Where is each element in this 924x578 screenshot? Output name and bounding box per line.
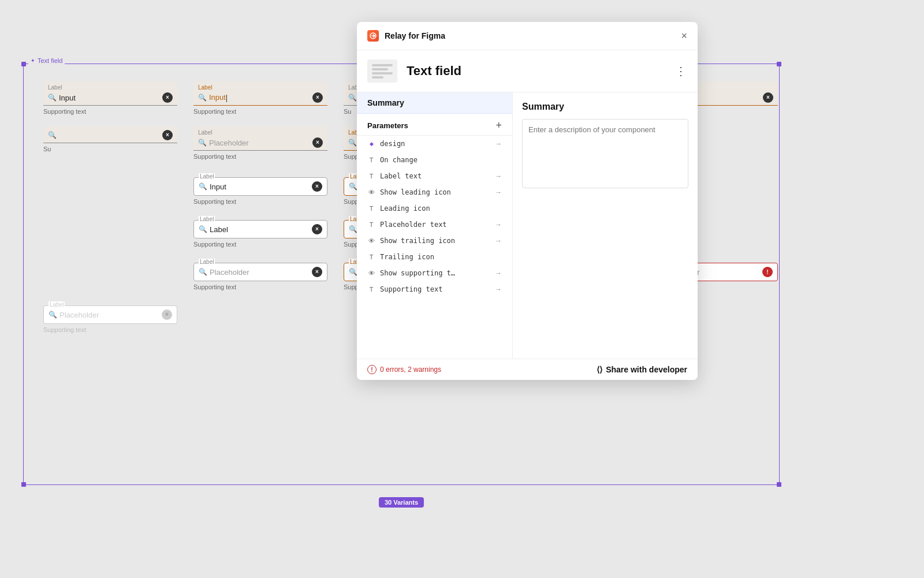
arrow-icon: → [495,285,502,293]
field-value: Input [59,94,160,102]
list-item [35,211,185,253]
tab-summary[interactable]: Summary [357,92,512,114]
param-name: Show trailing icon [380,237,490,245]
param-name: Trailing icon [380,253,502,261]
param-item-leadingicon[interactable]: T Leading icon [357,200,512,217]
params-list: ◆ design → T On change T Label text → [357,136,512,359]
close-button[interactable]: × [681,31,687,41]
frame-corner-tr [777,62,781,66]
relay-body: Summary Parameters + ◆ design → T On cha [357,92,698,359]
param-item-trailingicon[interactable]: T Trailing icon [357,249,512,265]
field-placeholder: Placeholder [210,268,310,277]
text-type-icon: T [367,253,375,260]
frame-label: ✦ Text field [28,57,65,64]
search-icon: 🔍 [48,94,57,102]
error-icon: ! [762,267,773,277]
clear-button[interactable]: × [312,92,323,103]
warnings-display: ! 0 errors, 2 warnings [367,365,441,374]
arrow-icon: → [495,172,502,180]
param-item-supportingtext[interactable]: T Supporting text → [357,281,512,297]
kebab-menu-button[interactable]: ⋮ [675,64,687,78]
search-icon: 🔍 [198,139,207,147]
param-name: Show leading icon [380,188,490,196]
list-item: Label 🔍 Label × Supporting text [185,211,336,253]
list-item [35,253,185,296]
arrow-icon: → [495,188,502,196]
search-icon: 🔍 [48,131,57,139]
component-thumbnail [367,59,397,83]
param-name: Leading icon [380,204,502,212]
clear-button[interactable]: × [162,92,173,103]
share-icon: ⟨⟩ [597,365,602,374]
relay-header: Relay for Figma × [357,22,698,50]
search-icon: 🔍 [349,225,357,233]
parameters-section-header: Parameters + [357,114,512,136]
search-icon: 🔍 [349,268,357,276]
text-type-icon: T [367,286,375,293]
search-icon: 🔍 [348,139,357,147]
component-name: Text field [407,64,666,79]
param-name: Show supporting t… [380,269,490,277]
search-icon: 🔍 [198,94,207,102]
search-icon: 🔍 [348,94,357,102]
clear-button[interactable]: × [312,224,322,234]
eye-icon: 👁 [367,189,375,196]
text-type-icon: T [367,173,375,180]
search-icon: 🔍 [199,182,207,191]
field-label: Label [198,130,323,136]
component-header: Text field ⋮ [357,50,698,92]
arrow-icon: → [495,140,502,148]
list-item: Label 🔍 Placeholder × Supporting text [185,253,336,296]
param-name: Label text [380,172,490,180]
search-icon: 🔍 [199,268,207,276]
param-item-design[interactable]: ◆ design → [357,136,512,152]
param-name: design [380,140,490,148]
clear-button[interactable]: × [162,130,173,140]
frame-corner-br [777,482,781,487]
param-item-showsupporting[interactable]: 👁 Show supporting t… → [357,265,512,281]
field-value: Label [210,225,310,234]
field-value: Input [210,182,310,191]
field-label: Label [198,85,323,91]
clear-button[interactable]: × [312,267,322,277]
list-item: 🔍 × Su [35,121,185,166]
arrow-icon: → [495,237,502,245]
frame-corner-tl [21,62,26,66]
arrow-icon: → [495,269,502,277]
relay-footer: ! 0 errors, 2 warnings ⟨⟩ Share with dev… [357,359,698,380]
description-textarea[interactable] [522,119,688,188]
share-button[interactable]: ⟨⟩ Share with developer [597,365,687,374]
warnings-text: 0 errors, 2 warnings [380,366,441,374]
arrow-icon: → [495,221,502,229]
list-item [35,166,185,211]
clear-button[interactable]: × [162,309,172,320]
parameters-title: Parameters [367,121,408,130]
list-item: Label 🔍 Input × Supporting text [185,76,336,121]
supporting-text: Su [43,146,177,152]
param-item-placeholdertext[interactable]: T Placeholder text → [357,217,512,233]
list-item: Label 🔍 Input × Supporting text [185,166,336,211]
field-placeholder: Placeholder [209,139,310,147]
param-name: Placeholder text [380,221,490,229]
clear-button[interactable]: × [312,181,322,192]
relay-right-panel: Summary [513,92,698,359]
param-item-labeltext[interactable]: T Label text → [357,168,512,184]
param-name: On change [380,156,502,164]
clear-button[interactable]: × [763,92,773,103]
list-item: Label 🔍 Placeholder × Supporting text [35,296,185,339]
add-parameter-button[interactable]: + [495,120,502,132]
list-item: Label 🔍 Input × Supporting text [35,76,185,121]
eye-icon: 👁 [367,270,375,277]
supporting-text: Supporting text [193,284,327,290]
text-type-icon: T [367,205,375,212]
param-item-showtrailing[interactable]: 👁 Show trailing icon → [357,233,512,249]
supporting-text: Supporting text [193,153,327,160]
field-placeholder: Placeholder [59,311,159,319]
relay-logo [367,30,379,42]
clear-button[interactable]: × [312,137,323,148]
param-item-showleading[interactable]: 👁 Show leading icon → [357,184,512,200]
supporting-text: Supporting text [193,198,327,205]
param-name: Supporting text [380,285,490,293]
param-item-onchange[interactable]: T On change [357,152,512,168]
search-icon: 🔍 [49,311,57,319]
